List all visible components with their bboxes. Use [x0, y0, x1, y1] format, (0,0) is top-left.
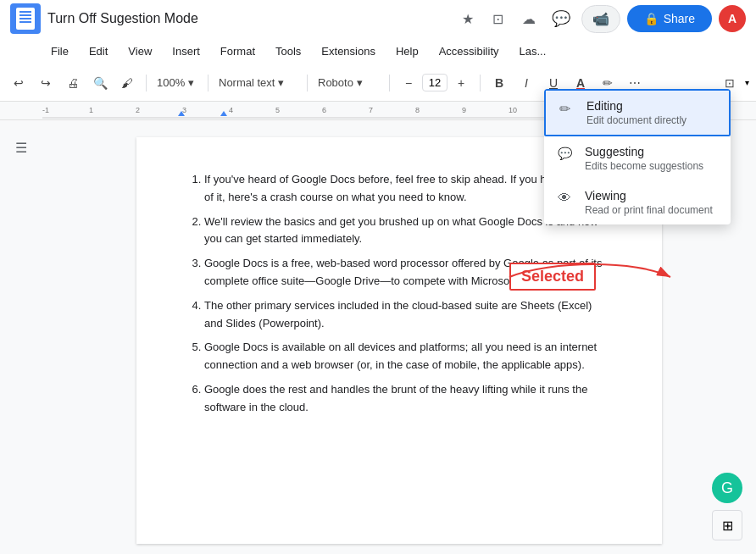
viewing-option[interactable]: 👁 Viewing Read or print final document [544, 180, 731, 224]
title-bar: Turn Off Sugestion Mode ★ ⊡ ☁ 💬 📹 🔒 Shar… [0, 0, 756, 37]
font-size-input[interactable] [422, 74, 447, 91]
editing-option[interactable]: ✏ Editing Edit document directly [544, 89, 731, 136]
arrow-annotation [501, 256, 687, 290]
zoom-value: 100% [157, 76, 185, 89]
svg-text:-1: -1 [42, 106, 49, 114]
format-paint-button[interactable]: 🖌 [115, 71, 139, 95]
outline-icon[interactable]: ☰ [11, 137, 31, 158]
font-value: Roboto [318, 76, 353, 89]
italic-button[interactable]: I [514, 71, 538, 95]
chat-icon[interactable]: 💬 [548, 5, 575, 32]
menu-insert[interactable]: Insert [164, 42, 208, 61]
style-value: Normal text [219, 76, 275, 89]
redo-button[interactable]: ↪ [34, 71, 58, 95]
menu-last[interactable]: Las... [511, 42, 555, 61]
grammarly-button[interactable]: G [712, 473, 742, 503]
user-avatar[interactable]: A [719, 5, 746, 32]
svg-text:6: 6 [322, 106, 326, 114]
menu-format[interactable]: Format [212, 42, 264, 61]
viewing-icon: 👁 [558, 191, 575, 206]
viewing-title: Viewing [585, 189, 713, 202]
bottom-right-tools: G ⊞ [712, 473, 742, 540]
separator-4 [389, 75, 390, 91]
editing-icon: ✏ [559, 101, 576, 117]
meet-icon: 📹 [592, 11, 609, 27]
view-chevron-icon[interactable]: ▾ [745, 78, 749, 87]
font-chevron-icon: ▾ [357, 76, 363, 89]
separator-5 [480, 75, 481, 91]
list-item: The other primary services included in t… [204, 297, 611, 333]
assistant-button[interactable]: ⊞ [712, 510, 742, 540]
menu-tools[interactable]: Tools [267, 42, 309, 61]
spell-check-button[interactable]: 🔍 [88, 71, 112, 95]
menu-view[interactable]: View [120, 42, 160, 61]
menu-extensions[interactable]: Extensions [313, 42, 384, 61]
svg-text:2: 2 [136, 106, 140, 114]
svg-text:5: 5 [275, 106, 280, 114]
separator-2 [208, 75, 208, 91]
cloud-sync-icon[interactable]: ☁ [517, 7, 541, 30]
suggesting-icon: 💬 [558, 147, 575, 160]
separator-3 [307, 75, 308, 91]
list-item: Google does the rest and handles the bru… [204, 381, 611, 417]
mode-dropdown: ✏ Editing Edit document directly 💬 Sugge… [544, 89, 731, 224]
menu-help[interactable]: Help [387, 42, 427, 61]
sidebar-left: ☰ [0, 120, 42, 554]
editing-title: Editing [586, 99, 687, 113]
style-chevron-icon: ▾ [278, 76, 284, 89]
suggesting-option[interactable]: 💬 Suggesting Edits become suggestions [544, 136, 731, 180]
menu-accessibility[interactable]: Accessibility [431, 42, 508, 61]
editing-text: Editing Edit document directly [586, 99, 687, 126]
suggesting-desc: Edits become suggestions [585, 160, 703, 172]
zoom-chevron-icon: ▾ [188, 76, 194, 89]
print-button[interactable]: 🖨 [61, 71, 85, 95]
style-select[interactable]: Normal text ▾ [215, 75, 300, 91]
menu-file[interactable]: File [42, 42, 77, 61]
undo-button[interactable]: ↩ [7, 71, 31, 95]
svg-text:3: 3 [182, 106, 186, 114]
font-size-increase-button[interactable]: + [449, 71, 473, 95]
header-right: 💬 📹 🔒 Share A [548, 5, 746, 33]
share-label: Share [664, 12, 695, 25]
suggesting-text: Suggesting Edits become suggestions [585, 145, 703, 172]
bold-button[interactable]: B [487, 71, 511, 95]
svg-text:7: 7 [369, 106, 373, 114]
separator-1 [146, 75, 147, 91]
viewing-desc: Read or print final document [585, 204, 713, 216]
folder-icon[interactable]: ⊡ [486, 7, 510, 30]
menu-bar: File Edit View Insert Format Tools Exten… [0, 37, 756, 64]
svg-marker-15 [220, 111, 227, 116]
svg-text:9: 9 [462, 106, 466, 114]
svg-text:1: 1 [89, 106, 93, 114]
zoom-select[interactable]: 100% ▾ [153, 75, 201, 91]
svg-text:4: 4 [229, 106, 233, 114]
editing-desc: Edit document directly [586, 114, 687, 126]
share-button[interactable]: 🔒 Share [627, 5, 712, 32]
font-size-area: − + [397, 71, 473, 95]
font-size-decrease-button[interactable]: − [397, 71, 420, 95]
menu-edit[interactable]: Edit [81, 42, 116, 61]
viewing-text: Viewing Read or print final document [585, 189, 713, 216]
font-select[interactable]: Roboto ▾ [314, 75, 382, 91]
svg-text:8: 8 [415, 106, 420, 114]
lock-icon: 🔒 [644, 12, 659, 25]
svg-text:10: 10 [509, 106, 517, 114]
suggesting-title: Suggesting [585, 145, 703, 158]
meet-button[interactable]: 📹 [581, 5, 620, 33]
document-title[interactable]: Turn Off Sugestion Mode [47, 11, 449, 26]
list-item: Google Docs is available on all devices … [204, 339, 611, 374]
star-icon[interactable]: ★ [456, 7, 480, 30]
docs-logo [10, 3, 41, 34]
